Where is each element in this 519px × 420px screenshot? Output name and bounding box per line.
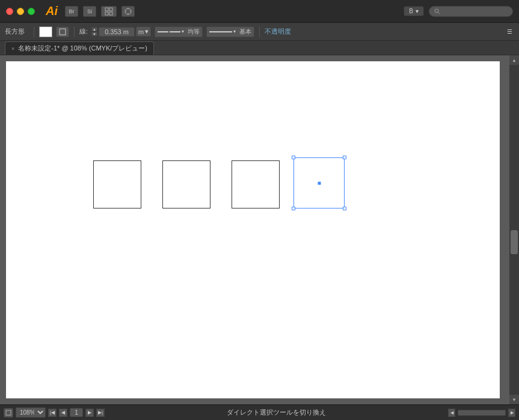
canvas-content	[0, 55, 509, 404]
sl-icon[interactable]: Si	[83, 6, 96, 17]
handle-tl[interactable]	[292, 156, 295, 159]
status-bar: 108% |◀ ◀ ▶ ▶| ダイレクト選択ツールを切り換え ◀ ▶	[0, 404, 519, 420]
scroll-track[interactable]	[509, 65, 519, 395]
scroll-thumb[interactable]	[511, 230, 518, 254]
svg-rect-11	[60, 29, 66, 35]
svg-rect-0	[105, 8, 108, 11]
tab-close-icon[interactable]: ×	[11, 46, 14, 52]
stroke-spinner[interactable]: ▲ ▼ 0.353 m m ▾	[91, 26, 151, 37]
rectangle-1[interactable]	[93, 160, 141, 208]
svg-rect-12	[6, 410, 11, 415]
stroke-unit[interactable]: m ▾	[136, 26, 151, 37]
left-arrow-btn[interactable]: ◀	[448, 409, 455, 417]
stroke-pattern-select[interactable]: ▾ 均等	[155, 26, 203, 37]
rectangle-4-selected[interactable]	[293, 157, 345, 208]
traffic-lights	[6, 8, 35, 15]
tools-icon[interactable]	[121, 6, 135, 17]
svg-rect-3	[109, 12, 112, 15]
b-dropdown[interactable]: B ▾	[404, 6, 424, 16]
handle-center[interactable]	[318, 181, 321, 184]
fill-icon[interactable]	[56, 26, 69, 37]
prev-page-btn[interactable]: ◀	[59, 409, 67, 417]
svg-point-9	[435, 9, 438, 13]
tab-bar: × 名称未設定-1* @ 108% (CMYK/プレビュー)	[0, 41, 519, 55]
minimize-button[interactable]	[17, 8, 24, 15]
shape-label: 長方形	[5, 27, 29, 36]
status-message: ダイレクト選択ツールを切り換え	[107, 408, 446, 417]
close-button[interactable]	[6, 8, 13, 15]
opacity-label[interactable]: 不透明度	[265, 27, 291, 36]
stroke-label: 線:	[79, 27, 88, 36]
separator3	[259, 26, 260, 37]
panel-menu-icon[interactable]: ☰	[505, 28, 514, 36]
separator	[34, 26, 34, 37]
toolbar: 長方形 線: ▲ ▼ 0.353 m m ▾ ▾ 均等 ▾ 基本 不透明度 ☰	[0, 23, 519, 41]
svg-rect-2	[105, 12, 108, 15]
page-input[interactable]	[70, 408, 83, 417]
scroll-down-arrow[interactable]: ▼	[509, 395, 519, 404]
handle-br[interactable]	[343, 207, 346, 210]
next-page-btn[interactable]: ▶	[85, 409, 94, 417]
handle-tr[interactable]	[343, 156, 346, 159]
spinner-up[interactable]: ▲	[91, 27, 97, 31]
progress-bar	[458, 410, 506, 416]
first-page-btn[interactable]: |◀	[48, 409, 57, 417]
main-area: ▲ ▼	[0, 55, 519, 404]
right-arrow-btn[interactable]: ▶	[508, 409, 515, 417]
scroll-up-arrow[interactable]: ▲	[509, 55, 519, 65]
svg-line-10	[438, 12, 440, 14]
status-right: ◀ ▶	[448, 409, 515, 417]
br-icon[interactable]: Br	[65, 6, 78, 17]
document-tab[interactable]: × 名称未設定-1* @ 108% (CMYK/プレビュー)	[5, 41, 154, 55]
rectangle-2[interactable]	[162, 160, 210, 208]
artboard-icon[interactable]	[4, 408, 13, 418]
grid-icon[interactable]	[101, 6, 117, 17]
stroke-style-select[interactable]: ▾ 基本	[206, 26, 254, 37]
rectangle-3[interactable]	[232, 160, 280, 208]
search-box[interactable]	[429, 6, 513, 17]
spinner-arrows[interactable]: ▲ ▼	[91, 27, 97, 36]
last-page-btn[interactable]: ▶|	[96, 409, 105, 417]
stroke-value[interactable]: 0.353 m	[99, 27, 135, 37]
maximize-button[interactable]	[28, 8, 35, 15]
spinner-down[interactable]: ▼	[91, 32, 97, 36]
canvas-wrapper[interactable]	[0, 55, 509, 404]
fill-color[interactable]	[39, 26, 52, 37]
tab-title: 名称未設定-1* @ 108% (CMYK/プレビュー)	[18, 44, 147, 53]
title-bar: Ai Br Si B ▾	[0, 0, 519, 23]
svg-rect-1	[109, 8, 112, 11]
separator2	[74, 26, 75, 37]
vertical-scrollbar[interactable]: ▲ ▼	[509, 55, 519, 404]
app-logo: Ai	[46, 4, 58, 18]
handle-bl[interactable]	[292, 207, 295, 210]
zoom-select[interactable]: 108%	[16, 407, 46, 418]
